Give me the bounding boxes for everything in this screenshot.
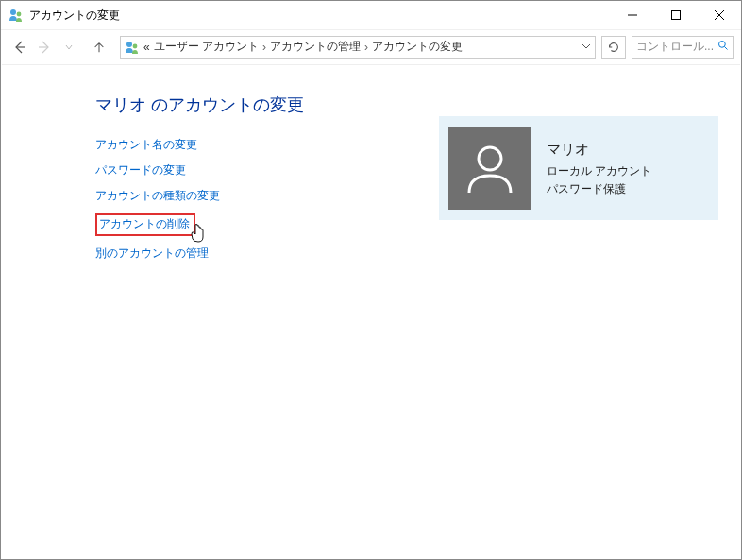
up-button[interactable] [88, 36, 110, 59]
breadcrumb-item[interactable]: ユーザー アカウント [154, 39, 259, 55]
action-link-list: アカウント名の変更 パスワードの変更 アカウントの種類の変更 アカウントの削除 … [95, 137, 382, 262]
svg-point-3 [126, 42, 132, 47]
breadcrumb-prefix: « [143, 41, 150, 54]
link-delete-account-label: アカウントの削除 [99, 217, 190, 230]
chevron-right-icon: › [364, 41, 368, 54]
navbar: « ユーザー アカウント › アカウントの管理 › アカウントの変更 コントロー… [1, 29, 741, 63]
account-info: マリオ ローカル アカウント パスワード保護 [547, 138, 651, 198]
person-icon [462, 140, 518, 196]
address-dropdown-icon[interactable] [582, 41, 591, 54]
breadcrumb-item[interactable]: アカウントの管理 [270, 39, 361, 55]
svg-point-4 [133, 43, 138, 48]
search-input[interactable]: コントロール... [632, 36, 734, 59]
account-protection: パスワード保護 [547, 180, 651, 198]
left-column: マリオ のアカウントの変更 アカウント名の変更 パスワードの変更 アカウントの種… [95, 93, 382, 262]
divider [2, 64, 740, 65]
svg-point-1 [17, 12, 22, 17]
search-icon [717, 40, 729, 54]
maximize-button[interactable] [654, 1, 698, 29]
minimize-button[interactable] [611, 1, 654, 29]
account-type: ローカル アカウント [547, 162, 651, 180]
account-name: マリオ [547, 138, 651, 161]
account-card: マリオ ローカル アカウント パスワード保護 [439, 116, 718, 220]
user-accounts-icon [8, 8, 24, 23]
back-button[interactable] [8, 36, 31, 59]
svg-rect-2 [672, 11, 681, 20]
content-area: マリオ のアカウントの変更 アカウント名の変更 パスワードの変更 アカウントの種… [1, 63, 741, 262]
svg-point-6 [479, 147, 501, 170]
search-placeholder: コントロール... [636, 39, 714, 55]
breadcrumb: « ユーザー アカウント › アカウントの管理 › アカウントの変更 [143, 39, 578, 55]
cursor-pointer-icon [190, 224, 207, 246]
close-button[interactable] [698, 1, 741, 29]
breadcrumb-item[interactable]: アカウントの変更 [372, 39, 463, 55]
link-delete-account[interactable]: アカウントの削除 [95, 213, 195, 236]
chevron-right-icon: › [262, 41, 266, 54]
svg-point-5 [719, 42, 726, 48]
refresh-button[interactable] [601, 36, 626, 59]
right-column: マリオ ローカル アカウント パスワード保護 [439, 93, 718, 262]
link-manage-other[interactable]: 別のアカウントの管理 [95, 246, 209, 262]
avatar [448, 127, 531, 210]
page-title: マリオ のアカウントの変更 [95, 93, 382, 116]
link-change-name[interactable]: アカウント名の変更 [95, 137, 197, 153]
link-change-password[interactable]: パスワードの変更 [95, 162, 186, 178]
svg-point-0 [10, 9, 16, 15]
forward-button[interactable] [33, 36, 56, 59]
link-change-type[interactable]: アカウントの種類の変更 [95, 188, 220, 204]
recent-dropdown-icon[interactable] [58, 36, 80, 59]
user-accounts-path-icon [125, 40, 140, 55]
titlebar: アカウントの変更 [1, 1, 741, 29]
window-title: アカウントの変更 [29, 8, 611, 24]
address-bar[interactable]: « ユーザー アカウント › アカウントの管理 › アカウントの変更 [120, 36, 596, 59]
